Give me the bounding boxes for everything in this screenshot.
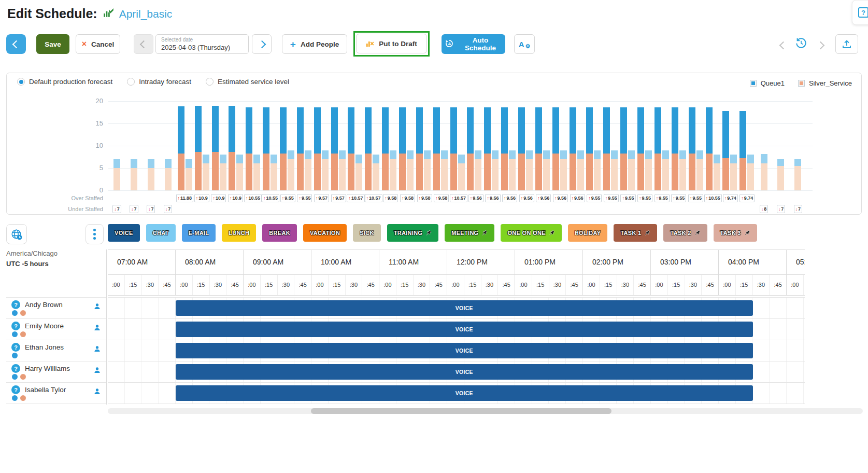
activity-meeting[interactable]: MEETING	[445, 224, 494, 242]
shift-bar-voice[interactable]: VOICE	[176, 300, 753, 316]
queue-dot-orange	[20, 331, 26, 337]
back-button[interactable]	[6, 34, 26, 54]
quarter-header: :15	[396, 275, 414, 295]
shift-bar-voice[interactable]: VOICE	[176, 385, 753, 401]
schedule-row: VOICE	[108, 298, 805, 319]
quarter-header: :30	[210, 275, 227, 295]
activity-task-2[interactable]: TASK 2	[663, 224, 707, 242]
silver-service-forecast-segment	[475, 159, 481, 190]
queue1-scheduled-segment	[620, 107, 627, 153]
shift-bar-voice[interactable]: VOICE	[176, 364, 753, 380]
quarter-header: :30	[414, 275, 431, 295]
employee-info-icon[interactable]: ?	[11, 364, 20, 373]
horizontal-scrollbar[interactable]	[108, 408, 863, 414]
activity-task-3[interactable]: TASK 3	[714, 224, 757, 242]
shift-bar-voice[interactable]: VOICE	[176, 343, 753, 358]
quarter-header: :30	[346, 275, 363, 295]
queue1-scheduled-segment	[263, 107, 269, 153]
schedule-name-link[interactable]: April_basic	[119, 8, 173, 20]
auto-schedule-settings-button[interactable]: A⚙	[514, 34, 535, 54]
arrow-up-icon: ↑	[366, 196, 369, 201]
under-staffed-cell: ↓7	[160, 204, 177, 214]
quarter-header: :15	[668, 275, 685, 295]
activity-sick[interactable]: SICK	[353, 224, 380, 242]
silver-service-scheduled-segment	[382, 154, 389, 190]
activity-vacation[interactable]: VACATION	[303, 224, 347, 242]
hour-header: 03:00 PM	[651, 250, 719, 274]
queue1-scheduled-segment	[331, 107, 338, 153]
history-back-button[interactable]	[780, 41, 786, 50]
under-staffed-cell	[466, 204, 483, 214]
employee-info-icon[interactable]: ?	[11, 385, 20, 394]
add-people-button[interactable]: + Add People	[282, 34, 347, 54]
put-to-draft-button[interactable]: Put to Draft	[356, 34, 427, 53]
over-staffed-cell: ↑9.55	[687, 193, 704, 203]
person-icon[interactable]	[93, 345, 101, 353]
timezone-button[interactable]	[6, 224, 27, 244]
employee-info-icon[interactable]: ?	[11, 322, 20, 330]
activities-menu-button[interactable]	[86, 224, 104, 244]
queue-dot-orange	[20, 310, 26, 316]
person-icon[interactable]	[93, 324, 101, 331]
forecast-bar	[113, 159, 120, 190]
silver-service-scheduled-segment	[246, 154, 252, 190]
silver-service-scheduled-segment	[603, 154, 610, 190]
scheduled-bar	[382, 107, 389, 190]
activity-task-1[interactable]: TASK 1	[614, 224, 657, 242]
scheduled-bar	[501, 107, 508, 190]
quarter-header: :30	[481, 275, 499, 295]
chart-slot	[653, 101, 671, 190]
activity-lunch[interactable]: LUNCH	[222, 224, 256, 242]
person-icon[interactable]	[93, 387, 101, 395]
history-icon[interactable]	[795, 37, 807, 49]
activity-break[interactable]: BREAK	[262, 224, 297, 242]
queue1-forecast-segment	[611, 150, 618, 159]
forecast-bar	[441, 150, 448, 190]
arrow-up-icon: ↑	[622, 196, 624, 201]
selected-date-field[interactable]: Selected date 2025-04-03 (Thursday)	[155, 34, 249, 54]
activity-voice[interactable]: VOICE	[108, 224, 140, 242]
previous-date-button[interactable]	[134, 34, 153, 54]
queue1-forecast-segment	[747, 155, 754, 163]
activity-label: ONE ON ONE	[507, 230, 545, 236]
quarter-header: :15	[736, 275, 753, 295]
activity-label: MEETING	[451, 230, 478, 236]
queue1-scheduled-segment	[433, 107, 440, 153]
shift-bar-voice[interactable]: VOICE	[176, 322, 753, 337]
activity-holiday[interactable]: HOLIDAY	[568, 224, 608, 242]
employee-info-icon[interactable]: ?	[11, 343, 20, 352]
scheduled-bar	[365, 107, 372, 190]
cancel-button[interactable]: × Cancel	[76, 34, 120, 54]
quarter-header: :30	[549, 275, 566, 295]
queue1-forecast-segment	[339, 150, 346, 159]
person-icon[interactable]	[93, 302, 101, 310]
help-button[interactable]: ?	[852, 0, 868, 25]
silver-service-scheduled-segment	[484, 154, 491, 190]
queue1-forecast-segment	[458, 155, 465, 163]
silver-service-scheduled-segment	[263, 154, 269, 190]
save-button[interactable]: Save	[36, 34, 69, 54]
over-staffed-value: ↑10.57	[365, 194, 382, 202]
arrow-up-icon: ↑	[419, 196, 421, 201]
under-staffed-cell	[330, 204, 347, 214]
over-staffed-cell: ↑9.56	[518, 193, 535, 203]
forecast-bar	[203, 155, 209, 190]
activity-e-mail[interactable]: E-MAIL	[182, 224, 216, 242]
activity-training[interactable]: TRAINING	[387, 224, 439, 242]
queue1-forecast-segment	[271, 155, 277, 163]
activity-chat[interactable]: CHAT	[146, 224, 176, 242]
activity-one-on-one[interactable]: ONE ON ONE	[501, 224, 561, 242]
timezone-name: America/Chicago	[6, 249, 58, 257]
horizontal-scrollbar-thumb[interactable]	[311, 408, 611, 414]
next-date-button[interactable]	[252, 34, 272, 54]
silver-service-forecast-segment	[492, 159, 499, 190]
employee-info-icon[interactable]: ?	[11, 300, 20, 309]
queue1-scheduled-segment	[570, 107, 576, 153]
queue1-scheduled-segment	[229, 106, 235, 152]
over-staffed-cell	[159, 193, 176, 203]
auto-schedule-button[interactable]: A Auto Schedule	[442, 34, 505, 54]
publish-upload-button[interactable]	[835, 34, 858, 54]
person-icon[interactable]	[93, 366, 101, 374]
history-forward-button[interactable]	[818, 41, 823, 50]
over-staffed-cell: ↑9.55	[620, 193, 637, 203]
